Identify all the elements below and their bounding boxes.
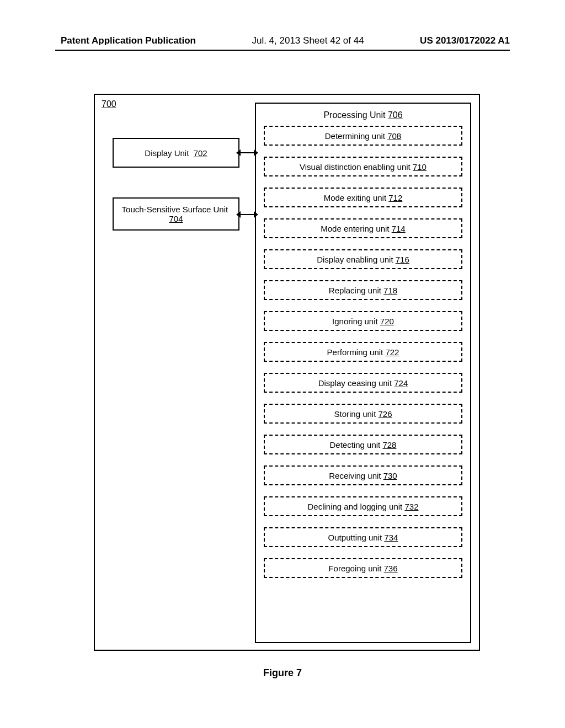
sub-unit-number: 714 [392, 224, 406, 233]
touch-surface-unit-box: Touch-Sensitive Surface Unit 704 [113, 197, 239, 231]
sub-unit-number: 716 [396, 255, 409, 264]
sub-unit: Display enabling unit 716 [264, 249, 462, 269]
sub-unit-label: Visual distinction enabling unit [300, 162, 411, 172]
sub-unit: Ignoring unit 720 [264, 311, 462, 331]
touch-surface-unit-label: Touch-Sensitive Surface Unit [122, 205, 228, 214]
sub-unit-number: 724 [394, 378, 408, 388]
sub-unit-label: Declining and logging unit [308, 502, 403, 511]
sub-unit: Replacing unit 718 [264, 280, 462, 300]
sub-unit-label: Determining unit [325, 131, 385, 141]
sub-unit-label: Foregoing unit [328, 564, 381, 573]
sub-unit-number: 726 [379, 409, 392, 419]
page-header: Patent Application Publication Jul. 4, 2… [61, 35, 510, 46]
processing-unit-number: 706 [388, 110, 403, 120]
sub-unit: Visual distinction enabling unit 710 [264, 157, 462, 176]
processing-unit-label: Processing Unit [323, 110, 385, 120]
sub-unit-number: 712 [388, 193, 402, 202]
sub-unit-label: Display ceasing unit [318, 378, 392, 388]
sub-unit: Receiving unit 730 [264, 465, 462, 485]
header-left: Patent Application Publication [61, 35, 196, 46]
sub-unit-label: Outputting unit [328, 533, 382, 542]
sub-unit: Outputting unit 734 [264, 527, 462, 547]
processing-unit-box: Processing Unit 706 Determining unit 708… [255, 103, 471, 643]
sub-unit-label: Receiving unit [329, 471, 381, 480]
header-mid: Jul. 4, 2013 Sheet 42 of 44 [252, 35, 364, 46]
sub-unit-number: 728 [382, 440, 396, 449]
sub-unit: Detecting unit 728 [264, 435, 462, 454]
sub-unit-label: Mode entering unit [321, 224, 389, 233]
sub-unit: Determining unit 708 [264, 126, 462, 146]
sub-unit: Display ceasing unit 724 [264, 373, 462, 393]
sub-unit-label: Performing unit [327, 347, 383, 357]
sub-unit-label: Mode exiting unit [324, 193, 386, 202]
header-rule [55, 50, 510, 51]
display-unit-number: 702 [194, 148, 207, 158]
sub-unit-number: 732 [404, 502, 418, 511]
sub-unit-label: Detecting unit [330, 440, 381, 449]
sub-unit: Performing unit 722 [264, 342, 462, 362]
sub-unit: Storing unit 726 [264, 404, 462, 424]
sub-unit: Foregoing unit 736 [264, 558, 462, 578]
sub-unit-label: Ignoring unit [332, 317, 378, 326]
sub-unit-number: 720 [380, 317, 394, 326]
sub-unit: Mode entering unit 714 [264, 218, 462, 238]
device-box: 700 Display Unit 702 Touch-Sensitive Sur… [94, 94, 480, 651]
sub-unit-label: Storing unit [334, 409, 376, 419]
figure-caption: Figure 7 [0, 667, 565, 679]
sub-unit: Declining and logging unit 732 [264, 496, 462, 516]
sub-unit-number: 708 [387, 131, 401, 141]
sub-unit-label: Replacing unit [329, 286, 381, 295]
page: Patent Application Publication Jul. 4, 2… [0, 0, 565, 728]
touch-surface-unit-number: 704 [169, 214, 183, 223]
sub-unit-number: 722 [385, 347, 399, 357]
connector-arrow-touch [241, 214, 254, 215]
header-right: US 2013/0172022 A1 [420, 35, 510, 46]
sub-unit-number: 730 [383, 471, 397, 480]
sub-unit: Mode exiting unit 712 [264, 188, 462, 207]
sub-unit-number: 718 [383, 286, 397, 295]
sub-unit-number: 710 [413, 162, 427, 172]
display-unit-label: Display Unit [145, 148, 189, 158]
display-unit-box: Display Unit 702 [113, 138, 239, 168]
sub-unit-number: 734 [384, 533, 398, 542]
figure-reference-number: 700 [102, 99, 116, 109]
sub-unit-number: 736 [384, 564, 398, 573]
sub-unit-label: Display enabling unit [317, 255, 393, 264]
processing-unit-title: Processing Unit 706 [264, 110, 462, 120]
connector-arrow-display [241, 152, 254, 153]
